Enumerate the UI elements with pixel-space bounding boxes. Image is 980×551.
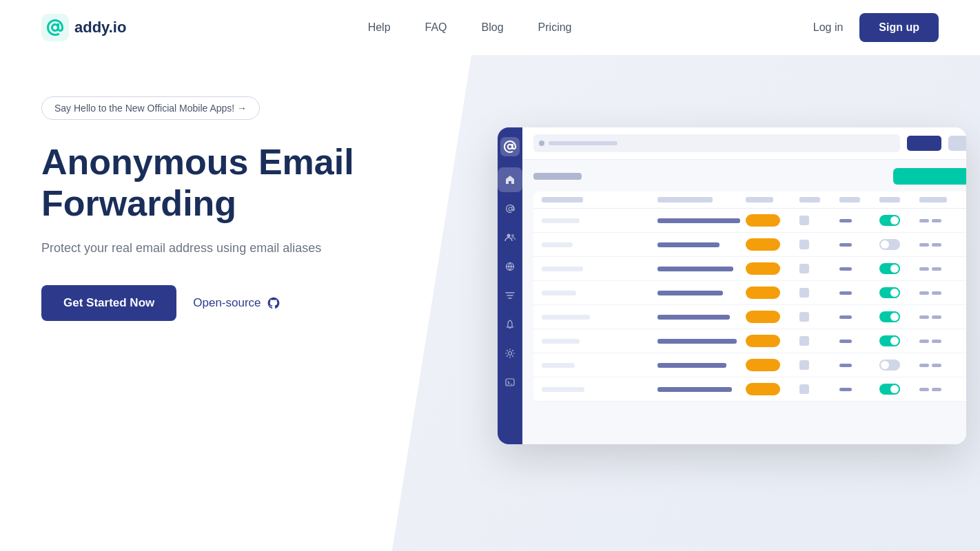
cell-tag: [746, 383, 780, 395]
navbar: addy.io Help FAQ Blog Pricing Log in Sig…: [0, 0, 980, 55]
cell-dash: [839, 388, 852, 391]
svg-rect-7: [506, 379, 514, 386]
hero-section: Say Hello to the New Official Mobile App…: [0, 55, 427, 321]
mock-sidebar: [498, 127, 522, 444]
hero-title: Anonymous Email Forwarding: [41, 142, 386, 225]
nav-actions: Log in Sign up: [813, 13, 939, 42]
cell-actions: [919, 267, 961, 271]
cell-tag: [746, 287, 780, 299]
people-icon: [504, 232, 515, 243]
action-dot-2: [932, 315, 941, 319]
action-dot-2: [932, 364, 941, 367]
mock-content-area: [522, 160, 966, 444]
sidebar-nav-settings[interactable]: [498, 341, 522, 366]
nav-faq[interactable]: FAQ: [425, 21, 447, 34]
svg-point-2: [507, 234, 511, 238]
table-row: [533, 281, 966, 305]
sidebar-nav-api[interactable]: [498, 370, 522, 395]
terminal-icon: [504, 377, 515, 388]
cell-check: [799, 312, 809, 322]
cell-dash: [839, 219, 852, 222]
cell-alias: [657, 387, 732, 392]
cell-actions: [919, 388, 961, 391]
cell-actions: [919, 243, 961, 247]
cell-name: [542, 387, 584, 392]
table-row: [533, 329, 966, 353]
action-dot-2: [932, 219, 941, 222]
cell-toggle: [879, 215, 900, 226]
search-icon-dot: [539, 141, 544, 146]
nav-links: Help FAQ Blog Pricing: [368, 21, 572, 34]
cell-name: [542, 315, 590, 320]
cell-check: [799, 288, 809, 298]
action-dot-1: [919, 291, 929, 295]
sidebar-logo-icon: [500, 137, 520, 156]
nav-blog[interactable]: Blog: [482, 21, 504, 34]
opensource-label: Open-source: [193, 296, 261, 310]
cell-tag: [746, 238, 780, 251]
action-dot-2: [932, 243, 941, 247]
cell-check: [799, 216, 809, 225]
mock-table-header: [533, 191, 966, 209]
table-row: [533, 353, 966, 377]
hero-subtitle: Protect your real email address using em…: [41, 238, 386, 258]
mock-primary-button: [907, 136, 941, 151]
cell-name: [542, 339, 580, 344]
cell-alias: [657, 315, 730, 320]
mock-page-title: [533, 173, 582, 180]
announcement-badge[interactable]: Say Hello to the New Official Mobile App…: [41, 96, 260, 120]
sidebar-nav-recipients[interactable]: [498, 225, 522, 250]
cell-tag: [746, 359, 780, 371]
globe-icon: [504, 261, 515, 272]
cell-toggle: [879, 384, 900, 395]
cell-alias: [657, 291, 723, 295]
action-dot-2: [932, 291, 941, 295]
cell-check: [799, 240, 809, 249]
cell-alias: [657, 218, 740, 223]
nav-help[interactable]: Help: [368, 21, 391, 34]
cell-name: [542, 242, 573, 247]
table-row: [533, 377, 966, 402]
cell-dash: [839, 243, 852, 247]
cell-actions: [919, 364, 961, 367]
at-icon: [504, 203, 515, 214]
get-started-button[interactable]: Get Started Now: [41, 285, 176, 321]
mock-topbar: [522, 127, 966, 160]
sidebar-nav-home[interactable]: [498, 167, 522, 192]
cell-dash: [839, 315, 852, 319]
login-button[interactable]: Log in: [813, 21, 844, 34]
col-header-6: [879, 197, 900, 202]
announcement-text: Say Hello to the New Official Mobile App…: [54, 103, 247, 114]
sidebar-nav-domains[interactable]: [498, 254, 522, 279]
cell-toggle: [879, 239, 900, 250]
logo-icon: [41, 14, 69, 41]
cell-check: [799, 264, 809, 273]
sidebar-nav-rules[interactable]: [498, 283, 522, 308]
action-dot-1: [919, 219, 929, 222]
action-dot-1: [919, 267, 929, 271]
sidebar-nav-notifications[interactable]: [498, 312, 522, 337]
signup-button[interactable]: Sign up: [859, 13, 939, 42]
svg-point-6: [509, 352, 512, 355]
action-dot-1: [919, 243, 929, 247]
svg-rect-0: [41, 14, 69, 41]
opensource-link[interactable]: Open-source: [193, 296, 280, 310]
col-header-3: [746, 197, 773, 202]
cell-alias: [657, 267, 733, 271]
dashboard-mockup: [498, 127, 966, 444]
cell-name: [542, 291, 576, 295]
mock-search-bar: [533, 134, 900, 152]
action-dot-1: [919, 388, 929, 391]
nav-pricing[interactable]: Pricing: [538, 21, 572, 34]
action-dot-1: [919, 340, 929, 343]
logo-link[interactable]: addy.io: [41, 14, 126, 41]
cell-actions: [919, 291, 961, 295]
table-row: [533, 233, 966, 257]
cell-toggle: [879, 335, 900, 346]
cell-dash: [839, 291, 852, 295]
hero-cta: Get Started Now Open-source: [41, 285, 386, 321]
sidebar-nav-aliases[interactable]: [498, 196, 522, 221]
mock-create-button: [893, 168, 966, 185]
cell-tag: [746, 214, 780, 227]
cell-alias: [657, 363, 726, 368]
